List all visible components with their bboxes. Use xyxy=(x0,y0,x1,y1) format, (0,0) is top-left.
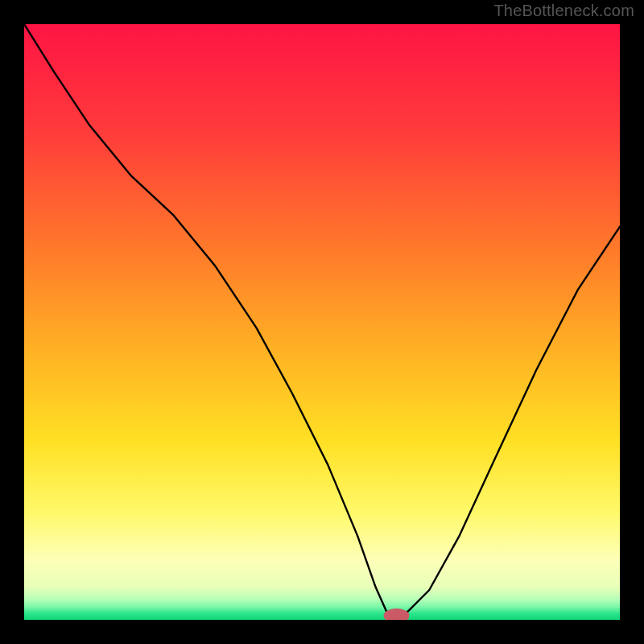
heatmap-background xyxy=(24,24,620,620)
plot-area xyxy=(24,24,620,620)
chart-frame: TheBottleneck.com xyxy=(0,0,644,644)
bottleneck-chart-svg xyxy=(24,24,620,620)
watermark-text: TheBottleneck.com xyxy=(493,2,634,20)
